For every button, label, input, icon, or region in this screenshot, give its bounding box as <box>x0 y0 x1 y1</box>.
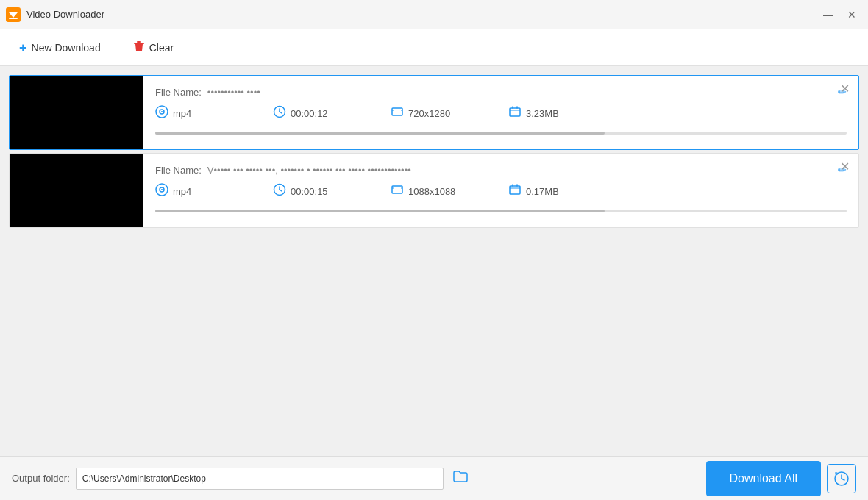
progress-bar-container-2 <box>155 210 847 213</box>
title-bar-controls: — ✕ <box>818 4 862 25</box>
svg-rect-11 <box>392 108 402 115</box>
svg-rect-21 <box>392 186 402 193</box>
trash-icon <box>133 40 145 55</box>
resolution-icon-2 <box>391 183 404 199</box>
svg-rect-2 <box>9 18 18 19</box>
app-icon <box>6 7 21 22</box>
svg-line-10 <box>280 112 282 113</box>
download-card-2: File Name: V••••• ••• ••••• •••, •••••••… <box>9 153 859 228</box>
download-info-1: File Name: ••••••••••• •••• ✏ mp4 <box>143 76 858 149</box>
svg-rect-3 <box>137 41 141 43</box>
clear-button[interactable]: Clear <box>126 36 181 60</box>
format-item-2: mp4 <box>155 183 273 199</box>
meta-row-1: mp4 00:00:12 <box>155 105 847 121</box>
size-text-2: 0.17MB <box>526 186 559 197</box>
app-title: Video Downloader <box>26 9 104 20</box>
title-bar-left: Video Downloader <box>6 7 104 22</box>
output-folder-label: Output folder: <box>12 473 70 484</box>
file-name-label-1: File Name: <box>155 87 202 98</box>
close-card-button-2[interactable]: ✕ <box>837 160 853 174</box>
format-icon-1 <box>155 105 168 121</box>
file-name-value-1: ••••••••••• •••• <box>207 87 832 98</box>
progress-bar-container-1 <box>155 132 847 135</box>
svg-rect-24 <box>510 186 520 194</box>
svg-point-7 <box>161 111 163 113</box>
download-card: File Name: ••••••••••• •••• ✏ mp4 <box>9 75 859 150</box>
bottom-bar: Output folder: Download All <box>0 456 868 500</box>
download-info-2: File Name: V••••• ••• ••••• •••, •••••••… <box>143 154 858 227</box>
svg-rect-14 <box>510 108 520 116</box>
file-name-row-2: File Name: V••••• ••• ••••• •••, •••••••… <box>155 164 847 176</box>
progress-bar-1 <box>155 132 605 135</box>
file-name-value-2: V••••• ••• ••••• •••, ••••••• • •••••• •… <box>207 165 832 176</box>
resolution-icon-1 <box>391 105 404 121</box>
video-thumbnail-1 <box>10 76 143 149</box>
main-content: File Name: ••••••••••• •••• ✏ mp4 <box>0 66 868 456</box>
close-button[interactable]: ✕ <box>842 4 862 25</box>
minimize-button[interactable]: — <box>818 4 839 25</box>
size-icon-2 <box>508 183 522 199</box>
resolution-text-1: 720x1280 <box>408 108 450 119</box>
format-item-1: mp4 <box>155 105 273 121</box>
output-path-input[interactable] <box>76 468 444 490</box>
format-icon-2 <box>155 183 168 199</box>
download-all-button[interactable]: Download All <box>706 461 822 496</box>
size-item-1: 3.23MB <box>508 105 626 121</box>
duration-text-2: 00:00:15 <box>291 186 328 197</box>
clear-label: Clear <box>149 42 174 54</box>
video-thumbnail-2 <box>10 154 143 227</box>
toolbar: + New Download Clear <box>0 29 868 66</box>
svg-line-27 <box>842 479 844 480</box>
resolution-item-1: 720x1280 <box>391 105 508 121</box>
title-bar: Video Downloader — ✕ <box>0 0 868 29</box>
format-text-2: mp4 <box>173 186 191 197</box>
resolution-item-2: 1088x1088 <box>391 183 508 199</box>
clock-icon-1 <box>273 105 286 121</box>
svg-rect-4 <box>134 43 144 44</box>
svg-point-17 <box>161 189 163 190</box>
new-download-label: New Download <box>32 42 101 54</box>
download-all-section: Download All <box>706 461 857 496</box>
resolution-text-2: 1088x1088 <box>408 186 455 197</box>
output-folder-section: Output folder: <box>12 465 706 491</box>
size-icon-1 <box>508 105 522 121</box>
size-item-2: 0.17MB <box>508 183 626 199</box>
folder-browse-button[interactable] <box>449 465 472 491</box>
schedule-button[interactable] <box>827 464 856 493</box>
progress-bar-2 <box>155 210 605 213</box>
file-name-label-2: File Name: <box>155 165 202 176</box>
format-text-1: mp4 <box>173 108 191 119</box>
close-card-button-1[interactable]: ✕ <box>837 82 853 96</box>
svg-line-20 <box>280 190 282 191</box>
duration-item-2: 00:00:15 <box>273 183 391 199</box>
new-download-button[interactable]: + New Download <box>12 37 108 59</box>
duration-text-1: 00:00:12 <box>291 108 328 119</box>
size-text-1: 3.23MB <box>526 108 559 119</box>
duration-item-1: 00:00:12 <box>273 105 391 121</box>
plus-icon: + <box>19 41 27 54</box>
file-name-row-1: File Name: ••••••••••• •••• ✏ <box>155 86 847 98</box>
meta-row-2: mp4 00:00:15 <box>155 183 847 199</box>
clock-icon-2 <box>273 183 286 199</box>
